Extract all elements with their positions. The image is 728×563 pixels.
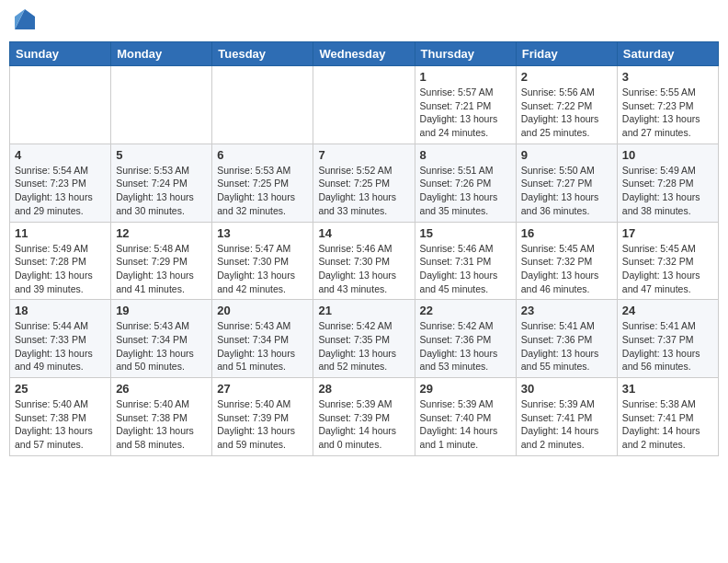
day-number: 31	[622, 382, 713, 396]
day-info: Sunrise: 5:50 AM Sunset: 7:27 PM Dayligh…	[521, 164, 612, 218]
calendar-cell: 26Sunrise: 5:40 AM Sunset: 7:38 PM Dayli…	[111, 378, 212, 456]
weekday-header-sunday: Sunday	[10, 42, 111, 66]
calendar-week-row: 18Sunrise: 5:44 AM Sunset: 7:33 PM Dayli…	[10, 300, 719, 378]
weekday-header-tuesday: Tuesday	[212, 42, 313, 66]
day-info: Sunrise: 5:53 AM Sunset: 7:25 PM Dayligh…	[217, 164, 308, 218]
calendar-cell: 11Sunrise: 5:49 AM Sunset: 7:28 PM Dayli…	[10, 222, 111, 300]
day-number: 25	[15, 382, 106, 396]
day-number: 27	[217, 382, 308, 396]
day-number: 11	[15, 226, 106, 240]
day-info: Sunrise: 5:42 AM Sunset: 7:35 PM Dayligh…	[318, 319, 409, 373]
day-number: 6	[217, 148, 308, 162]
day-info: Sunrise: 5:57 AM Sunset: 7:21 PM Dayligh…	[420, 86, 511, 140]
calendar-week-row: 25Sunrise: 5:40 AM Sunset: 7:38 PM Dayli…	[10, 378, 719, 456]
day-info: Sunrise: 5:55 AM Sunset: 7:23 PM Dayligh…	[622, 86, 713, 140]
calendar-cell: 21Sunrise: 5:42 AM Sunset: 7:35 PM Dayli…	[313, 300, 415, 378]
day-number: 16	[521, 226, 612, 240]
calendar-cell: 10Sunrise: 5:49 AM Sunset: 7:28 PM Dayli…	[617, 144, 718, 222]
calendar-cell: 30Sunrise: 5:39 AM Sunset: 7:41 PM Dayli…	[516, 378, 617, 456]
day-number: 20	[217, 304, 308, 317]
weekday-header-thursday: Thursday	[415, 42, 516, 66]
logo-icon	[15, 9, 35, 29]
calendar-cell: 28Sunrise: 5:39 AM Sunset: 7:39 PM Dayli…	[313, 378, 415, 456]
calendar-cell: 24Sunrise: 5:41 AM Sunset: 7:37 PM Dayli…	[617, 300, 718, 378]
day-info: Sunrise: 5:45 AM Sunset: 7:32 PM Dayligh…	[521, 242, 612, 296]
day-number: 19	[116, 304, 207, 317]
day-info: Sunrise: 5:53 AM Sunset: 7:24 PM Dayligh…	[116, 164, 207, 218]
day-info: Sunrise: 5:43 AM Sunset: 7:34 PM Dayligh…	[217, 319, 308, 373]
calendar-cell: 1Sunrise: 5:57 AM Sunset: 7:21 PM Daylig…	[415, 66, 516, 144]
calendar-cell: 4Sunrise: 5:54 AM Sunset: 7:23 PM Daylig…	[10, 144, 111, 222]
weekday-header-monday: Monday	[111, 42, 212, 66]
calendar-cell	[10, 66, 111, 144]
day-info: Sunrise: 5:39 AM Sunset: 7:40 PM Dayligh…	[420, 397, 511, 452]
calendar-cell	[212, 66, 313, 144]
calendar-cell: 18Sunrise: 5:44 AM Sunset: 7:33 PM Dayli…	[10, 300, 111, 378]
day-info: Sunrise: 5:49 AM Sunset: 7:28 PM Dayligh…	[15, 242, 106, 296]
calendar-cell: 3Sunrise: 5:55 AM Sunset: 7:23 PM Daylig…	[617, 66, 718, 144]
day-info: Sunrise: 5:42 AM Sunset: 7:36 PM Dayligh…	[420, 319, 511, 373]
calendar-cell: 15Sunrise: 5:46 AM Sunset: 7:31 PM Dayli…	[415, 222, 516, 300]
day-number: 21	[318, 304, 409, 317]
day-number: 12	[116, 226, 207, 240]
day-number: 23	[521, 304, 612, 317]
day-number: 7	[318, 148, 409, 162]
day-number: 17	[622, 226, 713, 240]
calendar-cell: 23Sunrise: 5:41 AM Sunset: 7:36 PM Dayli…	[516, 300, 617, 378]
weekday-header-friday: Friday	[516, 42, 617, 66]
weekday-header-row: SundayMondayTuesdayWednesdayThursdayFrid…	[10, 42, 719, 66]
weekday-header-wednesday: Wednesday	[313, 42, 415, 66]
page-header	[9, 9, 719, 34]
day-info: Sunrise: 5:44 AM Sunset: 7:33 PM Dayligh…	[15, 319, 106, 373]
calendar-week-row: 1Sunrise: 5:57 AM Sunset: 7:21 PM Daylig…	[10, 66, 719, 144]
day-info: Sunrise: 5:39 AM Sunset: 7:39 PM Dayligh…	[318, 397, 409, 452]
day-number: 10	[622, 148, 713, 162]
day-info: Sunrise: 5:49 AM Sunset: 7:28 PM Dayligh…	[622, 164, 713, 218]
day-number: 26	[116, 382, 207, 396]
day-info: Sunrise: 5:46 AM Sunset: 7:31 PM Dayligh…	[420, 242, 511, 296]
calendar-cell: 8Sunrise: 5:51 AM Sunset: 7:26 PM Daylig…	[415, 144, 516, 222]
calendar-week-row: 4Sunrise: 5:54 AM Sunset: 7:23 PM Daylig…	[10, 144, 719, 222]
calendar-cell: 16Sunrise: 5:45 AM Sunset: 7:32 PM Dayli…	[516, 222, 617, 300]
day-number: 5	[116, 148, 207, 162]
day-number: 14	[318, 226, 409, 240]
day-info: Sunrise: 5:48 AM Sunset: 7:29 PM Dayligh…	[116, 242, 207, 296]
day-info: Sunrise: 5:52 AM Sunset: 7:25 PM Dayligh…	[318, 164, 409, 218]
calendar-cell	[111, 66, 212, 144]
weekday-header-saturday: Saturday	[617, 42, 718, 66]
calendar-week-row: 11Sunrise: 5:49 AM Sunset: 7:28 PM Dayli…	[10, 222, 719, 300]
day-info: Sunrise: 5:41 AM Sunset: 7:37 PM Dayligh…	[622, 319, 713, 373]
calendar-cell: 14Sunrise: 5:46 AM Sunset: 7:30 PM Dayli…	[313, 222, 415, 300]
calendar-cell: 13Sunrise: 5:47 AM Sunset: 7:30 PM Dayli…	[212, 222, 313, 300]
calendar-cell: 7Sunrise: 5:52 AM Sunset: 7:25 PM Daylig…	[313, 144, 415, 222]
calendar-cell	[313, 66, 415, 144]
calendar-cell: 17Sunrise: 5:45 AM Sunset: 7:32 PM Dayli…	[617, 222, 718, 300]
calendar-cell: 20Sunrise: 5:43 AM Sunset: 7:34 PM Dayli…	[212, 300, 313, 378]
calendar-cell: 5Sunrise: 5:53 AM Sunset: 7:24 PM Daylig…	[111, 144, 212, 222]
calendar-cell: 19Sunrise: 5:43 AM Sunset: 7:34 PM Dayli…	[111, 300, 212, 378]
day-info: Sunrise: 5:40 AM Sunset: 7:39 PM Dayligh…	[217, 397, 308, 452]
day-number: 28	[318, 382, 409, 396]
day-number: 15	[420, 226, 511, 240]
calendar-cell: 29Sunrise: 5:39 AM Sunset: 7:40 PM Dayli…	[415, 378, 516, 456]
day-number: 30	[521, 382, 612, 396]
day-info: Sunrise: 5:43 AM Sunset: 7:34 PM Dayligh…	[116, 319, 207, 373]
day-info: Sunrise: 5:40 AM Sunset: 7:38 PM Dayligh…	[15, 397, 106, 452]
day-number: 22	[420, 304, 511, 317]
day-number: 24	[622, 304, 713, 317]
day-number: 29	[420, 382, 511, 396]
day-info: Sunrise: 5:54 AM Sunset: 7:23 PM Dayligh…	[15, 164, 106, 218]
day-info: Sunrise: 5:47 AM Sunset: 7:30 PM Dayligh…	[217, 242, 308, 296]
calendar-cell: 25Sunrise: 5:40 AM Sunset: 7:38 PM Dayli…	[10, 378, 111, 456]
calendar-cell: 12Sunrise: 5:48 AM Sunset: 7:29 PM Dayli…	[111, 222, 212, 300]
day-number: 1	[420, 70, 511, 84]
day-info: Sunrise: 5:40 AM Sunset: 7:38 PM Dayligh…	[116, 397, 207, 452]
day-number: 4	[15, 148, 106, 162]
day-number: 9	[521, 148, 612, 162]
calendar-cell: 31Sunrise: 5:38 AM Sunset: 7:41 PM Dayli…	[617, 378, 718, 456]
day-info: Sunrise: 5:39 AM Sunset: 7:41 PM Dayligh…	[521, 397, 612, 452]
day-number: 13	[217, 226, 308, 240]
day-info: Sunrise: 5:38 AM Sunset: 7:41 PM Dayligh…	[622, 397, 713, 452]
calendar-cell: 9Sunrise: 5:50 AM Sunset: 7:27 PM Daylig…	[516, 144, 617, 222]
day-info: Sunrise: 5:41 AM Sunset: 7:36 PM Dayligh…	[521, 319, 612, 373]
